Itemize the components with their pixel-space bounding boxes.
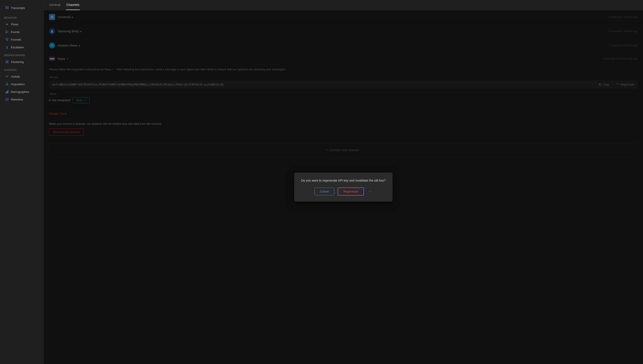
sidebar-item-transcripts[interactable]: Transcripts xyxy=(1,4,42,12)
sidebar-section-behavior: BEHAVIOR xyxy=(0,14,44,20)
clustering-icon xyxy=(5,60,9,64)
sidebar-section-understanding: UNDERSTANDING xyxy=(0,51,44,58)
modal-arrow-icon: ← xyxy=(368,189,372,194)
sidebar: Transcripts BEHAVIOR Flows Events Funnel… xyxy=(0,0,44,364)
svg-point-3 xyxy=(6,61,7,62)
content-area: Universal ▶ Connected 4 months ago Samsu… xyxy=(44,10,643,364)
modal-text: Do you want to regenerate API key and in… xyxy=(301,179,386,182)
modal-cancel-button[interactable]: Cancel xyxy=(314,188,334,195)
sidebar-item-acquisition[interactable]: Acquisition xyxy=(1,80,42,88)
main-content: General Channels Universal ▶ Connected 4… xyxy=(44,0,643,364)
sidebar-item-retention[interactable]: Retention xyxy=(1,96,42,103)
svg-point-2 xyxy=(7,62,8,62)
escalation-icon xyxy=(5,46,9,49)
activity-icon xyxy=(5,75,9,78)
acquisition-icon xyxy=(5,82,9,86)
confirm-modal: Do you want to regenerate API key and in… xyxy=(294,172,393,202)
transcripts-icon xyxy=(5,6,9,10)
sidebar-item-funnels[interactable]: Funnels xyxy=(1,36,42,43)
svg-rect-8 xyxy=(7,91,8,93)
tabs-bar: General Channels xyxy=(44,0,643,10)
sidebar-section-audience: AUDIENCE xyxy=(0,66,44,72)
modal-regenerate-button[interactable]: Regenerate xyxy=(338,188,364,196)
modal-overlay: Do you want to regenerate API key and in… xyxy=(44,10,643,364)
sidebar-item-clustering[interactable]: Clustering xyxy=(1,58,42,66)
svg-point-6 xyxy=(8,62,8,63)
demographics-icon xyxy=(5,90,9,94)
funnels-icon xyxy=(5,38,9,41)
tab-channels[interactable]: Channels xyxy=(66,0,80,10)
svg-point-5 xyxy=(6,62,7,63)
tab-general[interactable]: General xyxy=(49,0,61,10)
svg-marker-1 xyxy=(6,30,8,33)
events-icon xyxy=(5,30,9,34)
sidebar-item-escalation[interactable]: Escalation xyxy=(1,44,42,51)
svg-rect-9 xyxy=(8,90,8,93)
sidebar-item-flows[interactable]: Flows xyxy=(1,20,42,28)
modal-buttons: Cancel Regenerate ← xyxy=(301,188,386,196)
flows-icon xyxy=(5,22,9,26)
sidebar-item-activity[interactable]: Activity xyxy=(1,73,42,80)
sidebar-item-demographics[interactable]: Demographics xyxy=(1,88,42,96)
svg-rect-7 xyxy=(6,92,6,93)
sidebar-item-events[interactable]: Events xyxy=(1,28,42,36)
retention-icon xyxy=(5,98,9,101)
svg-point-4 xyxy=(8,61,8,62)
